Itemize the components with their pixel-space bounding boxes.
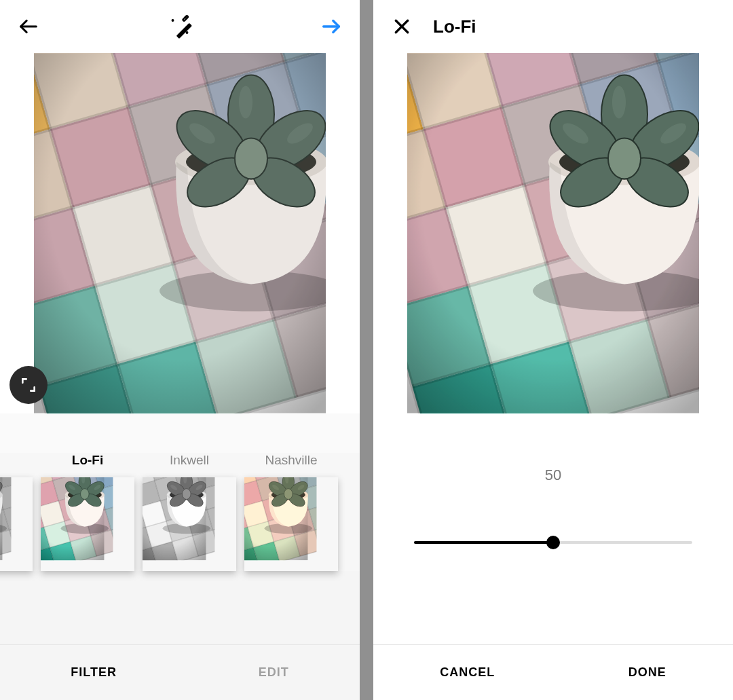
preview-image [34,53,326,413]
filter-label: Inkwell [170,453,209,471]
expand-button[interactable] [10,366,48,404]
svg-point-53 [172,19,174,22]
svg-point-54 [186,31,189,34]
slider-thumb[interactable] [546,536,560,549]
filter-select-screen: w Lo-Fi Inkwell Nashville FILTER [0,0,360,700]
filter-item-inkwell[interactable]: Inkwell [143,453,236,571]
magic-wand-button[interactable] [165,12,195,41]
bottom-tabs: FILTER EDIT [0,644,360,700]
filter-item-nashville[interactable]: Nashville [244,453,338,571]
filter-item-lofi[interactable]: Lo-Fi [41,453,134,571]
tab-edit[interactable]: EDIT [259,665,289,680]
screenshot-divider [360,0,373,700]
preview-image [407,53,699,413]
action-bar: CANCEL DONE [373,644,733,700]
filter-thumb [143,477,236,571]
filter-adjust-screen: Lo-Fi 50 CANCEL DONE [373,0,733,700]
left-header [0,0,360,53]
photo-preview [0,53,360,413]
photo-preview [373,53,733,413]
filter-thumb [41,477,134,571]
back-button[interactable] [14,12,43,41]
cancel-button[interactable]: CANCEL [440,665,495,680]
intensity-slider[interactable] [414,541,692,544]
filter-item-partial[interactable]: w [0,453,33,571]
next-button[interactable] [316,12,346,41]
tab-filter[interactable]: FILTER [71,665,117,680]
slider-value: 50 [545,466,561,484]
filter-strip[interactable]: w Lo-Fi Inkwell Nashville [0,453,360,571]
filter-thumb [244,477,338,571]
filter-label: Lo-Fi [72,453,103,471]
svg-rect-51 [176,23,192,39]
filter-thumb [0,477,33,571]
slider-area: 50 CANCEL DONE [373,413,733,700]
done-button[interactable]: DONE [628,665,666,680]
filter-title: Lo-Fi [433,16,476,37]
right-header: Lo-Fi [373,0,733,53]
close-button[interactable] [387,12,417,41]
filter-label: Nashville [265,453,317,471]
